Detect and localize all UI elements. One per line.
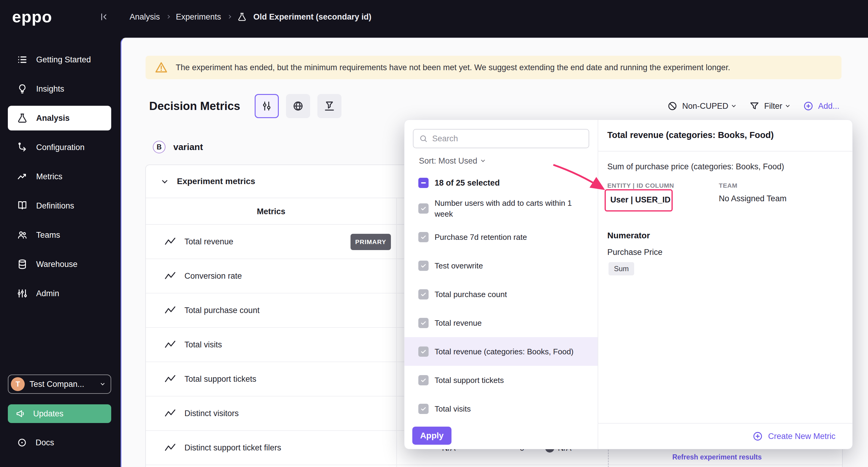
add-label: Add... bbox=[818, 101, 839, 111]
non-cuped-dropdown[interactable]: Non-CUPED bbox=[667, 101, 735, 112]
sidebar-item-docs[interactable]: Docs bbox=[8, 433, 111, 452]
checkbox-checked[interactable] bbox=[418, 318, 429, 328]
metric-name: Total support tickets bbox=[184, 374, 256, 384]
metric-option-label: Total support tickets bbox=[435, 375, 504, 386]
non-cuped-label: Non-CUPED bbox=[682, 101, 728, 111]
sidebar-item-label: Definitions bbox=[36, 201, 74, 211]
search-input[interactable] bbox=[432, 134, 583, 144]
metric-name: Total revenue bbox=[184, 237, 233, 246]
sidebar-collapse-icon[interactable] bbox=[96, 9, 111, 24]
sidebar-item-configuration[interactable]: Configuration bbox=[8, 135, 111, 160]
list-item[interactable]: Purchase 7d retention rate bbox=[404, 223, 598, 251]
select-all-row[interactable]: 18 of 25 selected bbox=[418, 178, 598, 188]
sidebar-item-updates[interactable]: Updates bbox=[8, 404, 111, 423]
list-item[interactable]: Test overwrite bbox=[404, 251, 598, 280]
flask-icon bbox=[17, 113, 28, 124]
sidebar-item-warehouse[interactable]: Warehouse bbox=[8, 252, 111, 277]
metric-picker-popover: Sort: Most Used 18 of 25 selected Number… bbox=[404, 120, 852, 449]
metric-option-label: Total revenue bbox=[435, 317, 482, 329]
chevron-down-icon bbox=[786, 103, 790, 107]
account-name: Test Compan... bbox=[30, 380, 84, 389]
chevron-down-icon bbox=[481, 158, 485, 162]
sidebar-item-analysis[interactable]: Analysis bbox=[8, 106, 111, 130]
checkbox-checked[interactable] bbox=[418, 375, 429, 385]
filter-dropdown[interactable]: Filter bbox=[749, 101, 789, 112]
view-metrics-button[interactable] bbox=[255, 94, 279, 118]
sidebar-item-insights[interactable]: Insights bbox=[8, 76, 111, 101]
metric-icon bbox=[164, 272, 177, 280]
metric-detail-pane: Total revenue (categories: Books, Food) … bbox=[598, 120, 852, 449]
sliders-vertical-icon bbox=[261, 100, 273, 112]
entity-id-label: ENTITY | ID COLUMN bbox=[607, 182, 674, 189]
sidebar-item-definitions[interactable]: Definitions bbox=[8, 193, 111, 218]
breadcrumb-analysis[interactable]: Analysis bbox=[130, 12, 160, 22]
checkbox-checked[interactable] bbox=[418, 346, 429, 357]
checkbox-checked[interactable] bbox=[418, 289, 429, 300]
metric-name: Distinct support ticket filers bbox=[184, 443, 281, 453]
account-switcher[interactable]: T Test Compan... bbox=[8, 374, 111, 394]
search-box[interactable] bbox=[413, 129, 589, 148]
flask-icon bbox=[237, 12, 247, 22]
sidebar-item-metrics[interactable]: Metrics bbox=[8, 164, 111, 189]
checklist-icon bbox=[17, 54, 28, 65]
sidebar-item-getting-started[interactable]: Getting Started bbox=[8, 47, 111, 72]
sidebar: Getting Started Insights Analysis Config… bbox=[0, 34, 119, 467]
numerator-heading: Numerator bbox=[607, 231, 650, 241]
sidebar-item-admin[interactable]: Admin bbox=[8, 281, 111, 306]
section-title: Experiment metrics bbox=[177, 177, 255, 186]
create-new-metric-button[interactable]: Create New Metric bbox=[598, 423, 852, 449]
list-item[interactable]: Number users with add to carts within 1 … bbox=[404, 194, 598, 223]
add-metric-button[interactable]: Add... bbox=[803, 101, 839, 112]
checkbox-checked[interactable] bbox=[418, 260, 429, 271]
metric-detail-title: Total revenue (categories: Books, Food) bbox=[607, 130, 774, 140]
metric-name: Total visits bbox=[184, 340, 222, 349]
metrics-column-header: Metrics bbox=[146, 198, 396, 225]
metric-icon bbox=[164, 409, 177, 418]
metric-icon bbox=[164, 443, 177, 452]
checkbox-checked[interactable] bbox=[418, 204, 429, 214]
metric-option-label: Test overwrite bbox=[435, 260, 483, 271]
metric-list-pane: Sort: Most Used 18 of 25 selected Number… bbox=[404, 120, 598, 449]
team-value: No Assigned Team bbox=[719, 194, 786, 204]
metric-option-label: Number users with add to carts within 1 … bbox=[435, 198, 592, 219]
sidebar-item-teams[interactable]: Teams bbox=[8, 223, 111, 247]
breadcrumb: Analysis Experiments Old Experiment (sec… bbox=[130, 0, 371, 34]
variant-badge: B bbox=[153, 141, 165, 153]
refresh-results-link[interactable]: Refresh experiment results bbox=[664, 453, 770, 461]
metric-option-label: Total purchase count bbox=[435, 289, 507, 300]
list-item-selected[interactable]: Total revenue (categories: Books, Food) bbox=[404, 337, 598, 366]
checkbox-checked[interactable] bbox=[418, 404, 429, 414]
plus-circle-icon bbox=[752, 431, 763, 442]
selection-summary: 18 of 25 selected bbox=[435, 178, 500, 188]
variant-row: B variant bbox=[153, 141, 203, 153]
page-title: Decision Metrics bbox=[149, 100, 240, 113]
view-funnel-button[interactable] bbox=[317, 94, 341, 118]
branch-icon bbox=[17, 142, 28, 153]
sort-dropdown[interactable]: Sort: Most Used bbox=[419, 156, 598, 166]
list-item[interactable]: Total support tickets bbox=[404, 366, 598, 394]
list-item[interactable]: Total revenue bbox=[404, 309, 598, 337]
create-new-metric-label: Create New Metric bbox=[768, 432, 835, 441]
list-item[interactable]: Total purchase count bbox=[404, 280, 598, 309]
list-item[interactable]: Total visits bbox=[404, 394, 598, 423]
filter-label: Filter bbox=[764, 101, 782, 111]
breadcrumb-experiments[interactable]: Experiments bbox=[176, 12, 221, 22]
indeterminate-checkbox[interactable] bbox=[418, 178, 429, 188]
checkbox-checked[interactable] bbox=[418, 232, 429, 242]
sidebar-item-label: Warehouse bbox=[36, 260, 78, 269]
sidebar-item-label: Teams bbox=[36, 230, 60, 240]
sort-label: Sort: Most Used bbox=[419, 156, 477, 166]
sidebar-item-label: Analysis bbox=[36, 114, 70, 123]
chevron-right-icon bbox=[227, 15, 231, 19]
apply-button[interactable]: Apply bbox=[412, 427, 452, 445]
database-icon bbox=[17, 259, 28, 270]
book-icon bbox=[17, 200, 28, 211]
sidebar-item-label: Configuration bbox=[36, 143, 85, 152]
view-global-button[interactable] bbox=[286, 94, 310, 118]
line-chart-icon bbox=[17, 171, 28, 182]
circle-slash-icon bbox=[667, 101, 678, 112]
sidebar-item-label: Metrics bbox=[36, 172, 62, 181]
team-label: TEAM bbox=[719, 182, 738, 189]
eppo-logo[interactable]: eppo bbox=[12, 7, 52, 26]
breadcrumb-current: Old Experiment (secondary id) bbox=[253, 12, 372, 22]
